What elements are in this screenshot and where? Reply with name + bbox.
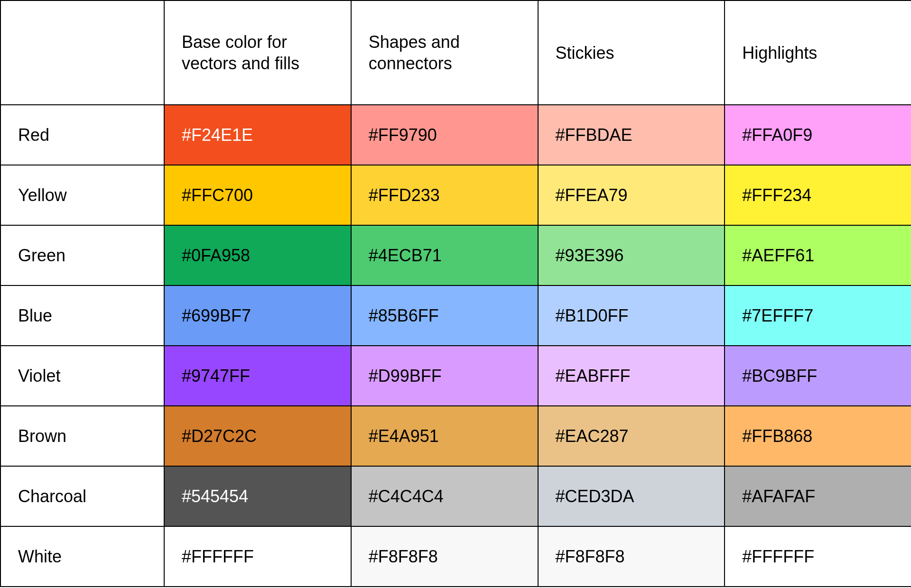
color-swatch-cell: #FFD233 [351,165,538,225]
column-header-shapes: Shapes and connectors [351,0,538,105]
table-row: Brown#D27C2C#E4A951#EAC287#FFB868 [0,406,911,466]
color-swatch-cell: #FFC700 [164,165,351,225]
column-header-stickies: Stickies [538,0,725,105]
color-swatch-cell: #FF9790 [351,105,538,165]
row-header: Yellow [0,165,164,225]
color-swatch-cell: #B1D0FF [538,285,725,346]
color-swatch-cell: #FFFFFF [725,526,911,587]
color-swatch-cell: #CED3DA [538,466,725,526]
color-swatch-cell: #545454 [164,466,351,526]
color-swatch-cell: #FFFFFF [164,526,351,587]
row-header: White [0,526,164,587]
color-swatch-cell: #85B6FF [351,285,538,346]
table-row: Blue#699BF7#85B6FF#B1D0FF#7EFFF7 [0,285,911,346]
row-header: Violet [0,346,164,406]
color-swatch-cell: #F8F8F8 [538,526,725,587]
color-swatch-cell: #FFA0F9 [725,105,911,165]
color-swatch-cell: #FFEA79 [538,165,725,225]
color-swatch-cell: #9747FF [164,346,351,406]
table-row: Green#0FA958#4ECB71#93E396#AEFF61 [0,225,911,285]
color-swatch-cell: #C4C4C4 [351,466,538,526]
row-header: Green [0,225,164,285]
color-swatch-cell: #699BF7 [164,285,351,346]
color-swatch-cell: #EAC287 [538,406,725,466]
column-header-highlights: Highlights [725,0,911,105]
row-header: Red [0,105,164,165]
column-header-blank [0,0,164,105]
color-swatch-cell: #D27C2C [164,406,351,466]
color-swatch-cell: #BC9BFF [725,346,911,406]
color-swatch-cell: #7EFFF7 [725,285,911,346]
table-header-row: Base color for vectors and fills Shapes … [0,0,911,105]
color-swatch-cell: #4ECB71 [351,225,538,285]
color-swatch-cell: #EABFFF [538,346,725,406]
color-swatch-cell: #93E396 [538,225,725,285]
color-swatch-cell: #AEFF61 [725,225,911,285]
table-row: White#FFFFFF#F8F8F8#F8F8F8#FFFFFF [0,526,911,587]
table-row: Charcoal#545454#C4C4C4#CED3DA#AFAFAF [0,466,911,526]
color-swatch-cell: #FFB868 [725,406,911,466]
color-swatch-cell: #0FA958 [164,225,351,285]
row-header: Charcoal [0,466,164,526]
color-palette-table: Base color for vectors and fills Shapes … [0,0,911,587]
color-swatch-cell: #AFAFAF [725,466,911,526]
color-swatch-cell: #FFBDAE [538,105,725,165]
table-row: Red#F24E1E#FF9790#FFBDAE#FFA0F9 [0,105,911,165]
color-swatch-cell: #FFF234 [725,165,911,225]
color-swatch-cell: #F8F8F8 [351,526,538,587]
color-swatch-cell: #F24E1E [164,105,351,165]
row-header: Blue [0,285,164,346]
table-row: Violet#9747FF#D99BFF#EABFFF#BC9BFF [0,346,911,406]
table-row: Yellow#FFC700#FFD233#FFEA79#FFF234 [0,165,911,225]
color-swatch-cell: #E4A951 [351,406,538,466]
column-header-base: Base color for vectors and fills [164,0,351,105]
color-swatch-cell: #D99BFF [351,346,538,406]
row-header: Brown [0,406,164,466]
